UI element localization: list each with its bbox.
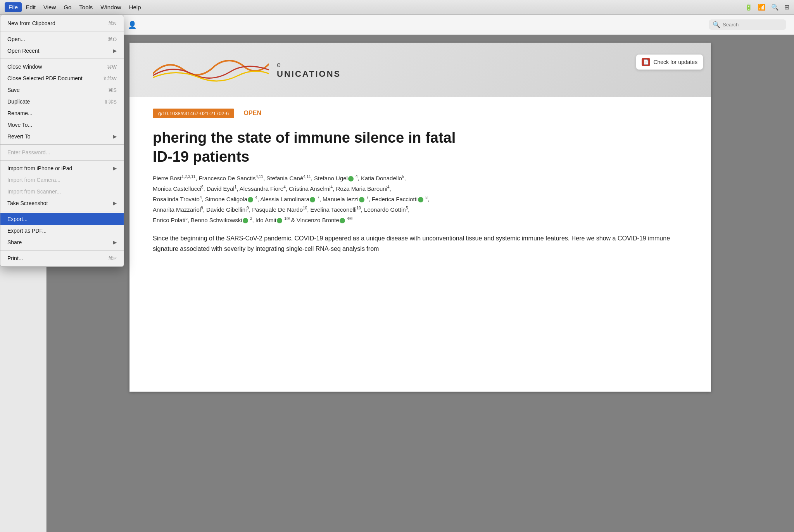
menu-item-share[interactable]: Share ▶: [0, 237, 124, 248]
menu-separator-3: [0, 144, 124, 145]
open-recent-arrow: ▶: [113, 48, 117, 54]
menu-item-take-screenshot[interactable]: Take Screenshot ▶: [0, 197, 124, 209]
menu-window[interactable]: Window: [97, 2, 125, 12]
menu-go[interactable]: Go: [60, 2, 75, 12]
menu-view[interactable]: View: [40, 2, 60, 12]
menu-item-duplicate[interactable]: Duplicate ⇧⌘S: [0, 96, 124, 107]
abstract-text: Since the beginning of the SARS-CoV-2 pa…: [153, 233, 688, 254]
journal-logo: [153, 54, 269, 85]
menu-item-move-to[interactable]: Move To...: [0, 119, 124, 131]
menu-item-import-camera: Import from Camera...: [0, 174, 124, 186]
take-screenshot-arrow: ▶: [113, 200, 117, 206]
journal-name: e UNICATIONS: [277, 61, 341, 79]
check-updates-label: Check for updates: [653, 59, 697, 65]
menu-item-new-clipboard[interactable]: New from Clipboard ⌘N: [0, 17, 124, 29]
article-title: phering the state of immune silence in f…: [153, 128, 688, 167]
menu-item-save[interactable]: Save ⌘S: [0, 84, 124, 96]
open-badge: OPEN: [244, 110, 261, 117]
menu-separator-1: [0, 31, 124, 31]
control-center-icon[interactable]: ⊞: [784, 3, 789, 11]
search-icon: 🔍: [713, 21, 720, 28]
menu-separator-4: [0, 160, 124, 161]
menubar-right-icons: 🔋 📶 🔍 ⊞: [745, 3, 789, 11]
menu-tools[interactable]: Tools: [75, 2, 97, 12]
menu-edit[interactable]: Edit: [22, 2, 40, 12]
menu-item-close-window[interactable]: Close Window ⌘W: [0, 61, 124, 73]
menu-item-export[interactable]: Export...: [0, 213, 124, 225]
menu-item-import-iphone[interactable]: Import from iPhone or iPad ▶: [0, 162, 124, 174]
menubar: File Edit View Go Tools Window Help 🔋 📶 …: [0, 0, 794, 15]
pdf-view[interactable]: 📄 Check for updates e UNICATIONS g/10.1: [47, 35, 794, 532]
contact-btn[interactable]: 👤: [126, 19, 138, 31]
check-updates-badge[interactable]: 📄 Check for updates: [636, 54, 703, 70]
doi-badge: g/10.1038/s41467-021-21702-6: [153, 109, 234, 118]
menu-item-rename[interactable]: Rename...: [0, 107, 124, 119]
revert-to-arrow: ▶: [113, 134, 117, 139]
menu-separator-2: [0, 59, 124, 59]
menu-item-enter-password: Enter Password...: [0, 147, 124, 158]
search-input[interactable]: [723, 22, 782, 28]
file-dropdown-menu: New from Clipboard ⌘N Open... ⌘O Open Re…: [0, 15, 124, 267]
menu-item-close-pdf[interactable]: Close Selected PDF Document ⇧⌘W: [0, 73, 124, 84]
menu-file[interactable]: File: [5, 2, 22, 12]
authors-section: Pierre Bost1,2,3,11, Francesco De Sancti…: [153, 173, 688, 225]
menu-separator-5: [0, 211, 124, 211]
search-icon[interactable]: 🔍: [771, 3, 779, 11]
search-bar[interactable]: 🔍: [709, 19, 786, 30]
menu-help[interactable]: Help: [125, 2, 145, 12]
menu-separator-6: [0, 250, 124, 250]
menu-item-open[interactable]: Open... ⌘O: [0, 33, 124, 45]
battery-icon: 🔋: [745, 3, 753, 11]
menu-item-print[interactable]: Print... ⌘P: [0, 252, 124, 264]
share-arrow: ▶: [113, 240, 117, 245]
wifi-icon: 📶: [758, 3, 766, 11]
menu-item-open-recent[interactable]: Open Recent ▶: [0, 45, 124, 57]
journal-header: e UNICATIONS: [129, 43, 711, 97]
import-iphone-arrow: ▶: [113, 166, 117, 171]
article-badges: g/10.1038/s41467-021-21702-6 OPEN: [153, 109, 688, 122]
menu-item-export-pdf[interactable]: Export as PDF...: [0, 225, 124, 237]
menu-item-revert-to[interactable]: Revert To ▶: [0, 131, 124, 142]
menu-item-import-scanner: Import from Scanner...: [0, 186, 124, 197]
readdle-icon: 📄: [642, 58, 650, 66]
pdf-page: 📄 Check for updates e UNICATIONS g/10.1: [129, 43, 711, 392]
